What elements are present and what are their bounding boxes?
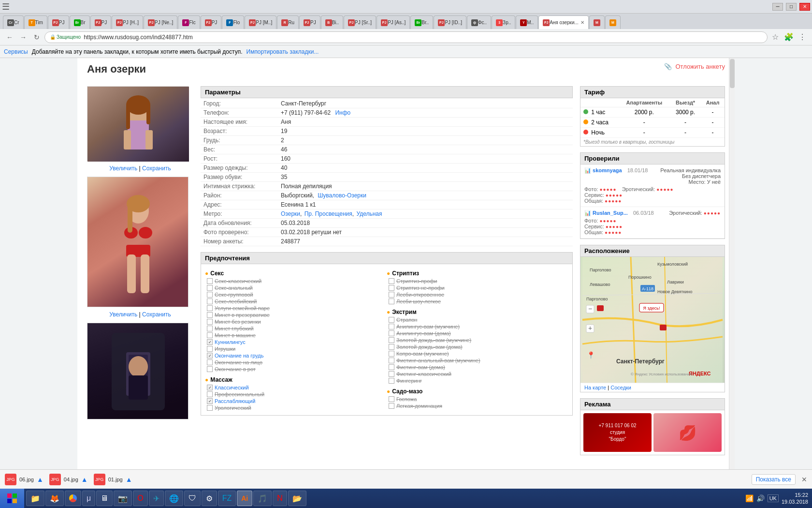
menu-button[interactable]: ⋮ — [797, 31, 808, 43]
close-download-bar-button[interactable]: ✕ — [801, 476, 807, 483]
taskbar-item-itunes[interactable]: 🎵 — [253, 491, 272, 506]
cunnil-link[interactable]: Куннилингус — [215, 339, 246, 345]
tab-favicon-my1: Y — [520, 19, 527, 26]
scrollbar-track[interactable] — [729, 58, 735, 469]
map-link-neighbors[interactable]: Соседки — [610, 385, 631, 390]
tab-pj9[interactable]: PJ PJ [As..] — [377, 15, 410, 29]
pref-fisting-an-m: Фистинг-анальный-вам (мужчине) — [387, 357, 568, 364]
tab-id[interactable]: PJ PJ [ID..] — [434, 15, 466, 29]
taskbar-item-utorrent[interactable]: μ — [82, 491, 95, 506]
taskbar-item-telegram[interactable]: ✈ — [149, 491, 164, 506]
taskbar-item-files[interactable]: 📁 — [26, 491, 44, 506]
taskbar-item-vpn[interactable]: 🌐 — [165, 491, 183, 506]
bookmarks-text: Добавляйте на эту панель закладки, к кот… — [32, 48, 243, 55]
taskbar-item-shield[interactable]: 🛡 — [184, 491, 201, 506]
photo-2-enlarge[interactable]: Увеличить — [109, 311, 137, 318]
ad-item-2[interactable]: 💋 — [653, 413, 722, 452]
ad-item-1[interactable]: +7 911 017 06 02 студия "Бордо" — [583, 413, 652, 452]
tab-m3[interactable]: M — [605, 15, 621, 29]
taskbar-item-app2[interactable]: ⚙ — [202, 491, 217, 506]
close-button[interactable]: ✕ — [799, 3, 810, 11]
tab-cr[interactable]: Cr Cr — [3, 15, 24, 29]
tab-3p[interactable]: 3 Зр.. — [492, 15, 515, 29]
tab-close-current[interactable]: ✕ — [580, 20, 584, 25]
pref-kopro-m: Копро-вам (мужчине) — [387, 350, 568, 357]
show-all-downloads-button[interactable]: Показать все — [752, 474, 796, 485]
tab-favicon-flc: F — [182, 19, 189, 26]
start-button[interactable] — [0, 489, 24, 508]
mass-relax-link[interactable]: Расслабляющий — [215, 398, 255, 404]
taskbar-item-ai[interactable]: Ai — [237, 491, 252, 506]
taskbar-item-ftp[interactable]: FZ — [218, 491, 236, 506]
maximize-button[interactable]: □ — [786, 3, 797, 11]
taskbar-item-nero[interactable]: N — [273, 491, 287, 506]
tab-pj7[interactable]: PJ PJ — [299, 15, 320, 29]
tab-tim[interactable]: T Tim — [24, 15, 47, 29]
taskbar-item-system[interactable]: 🖥 — [96, 491, 113, 506]
tab-m2[interactable]: M — [589, 15, 605, 29]
tab-flc[interactable]: F Flc — [178, 15, 200, 29]
param-row-weight: Вес: 46 — [201, 145, 573, 154]
download-filename-3: 01.jpg — [108, 477, 123, 482]
ad-header: Реклама — [580, 399, 725, 410]
mass-klass-link[interactable]: Классический — [215, 385, 249, 390]
tab-favicon-3p: 3 — [496, 19, 503, 26]
photo-2-save[interactable]: Сохранить — [142, 311, 171, 318]
defer-link[interactable]: Отложить анкету — [675, 63, 725, 70]
download-item-2: JPG 04.jpg ▲ — [49, 474, 88, 485]
address-bar[interactable]: 🔒 Защищено https://www.rusdosug.com/indi… — [44, 31, 768, 43]
tab-pj6[interactable]: PJ PJ [M..] — [245, 15, 276, 29]
minimize-button[interactable]: ─ — [772, 3, 783, 11]
pref-strapon: Страпон — [387, 316, 568, 323]
metro-link-3[interactable]: Удельная — [356, 210, 382, 217]
scrollbar-thumb[interactable] — [730, 59, 735, 88]
map-svg: А-118 Парголово Кузьмоловский Левашово П… — [580, 257, 725, 383]
tab-br2[interactable]: Br Br.. — [410, 15, 433, 29]
phone-info-link[interactable]: Инфо — [335, 109, 350, 116]
metro-link-1[interactable]: Озерки — [281, 210, 300, 217]
bookmark-button[interactable]: ☆ — [769, 31, 781, 43]
svg-text:Санкт-Петербург: Санкт-Петербург — [616, 358, 665, 365]
tab-pj8[interactable]: PJ PJ [Sr..] — [344, 15, 376, 29]
tab-pj1[interactable]: PJ PJ — [48, 15, 69, 29]
taskbar-item-opera[interactable]: O — [133, 491, 147, 506]
review-2-user[interactable]: Ruslan_Sup... — [593, 210, 628, 216]
map-link-full[interactable]: На карте — [584, 385, 606, 390]
download-filename-1: 06.jpg — [19, 477, 34, 482]
taskbar-item-app1[interactable]: 📷 — [114, 491, 132, 506]
taskbar-item-chrome[interactable] — [65, 491, 81, 506]
tab-pj5[interactable]: PJ PJ — [201, 15, 222, 29]
download-arrow-1[interactable]: ▲ — [37, 476, 44, 483]
tab-pj2[interactable]: PJ PJ — [90, 15, 112, 29]
svg-text:−: − — [588, 305, 592, 313]
extensions-button[interactable]: 🧩 — [783, 31, 795, 43]
tab-my1[interactable]: Y M.. — [516, 15, 538, 29]
download-arrow-3[interactable]: ▲ — [126, 476, 132, 483]
tab-foto[interactable]: ф Фс.. — [467, 15, 491, 29]
photo-1-save[interactable]: Сохранить — [142, 165, 171, 172]
metro-link-2[interactable]: Пр. Просвещения — [304, 210, 352, 217]
tab-pj3[interactable]: PJ PJ [H..] — [112, 15, 143, 29]
tab-br[interactable]: Br Br — [70, 15, 90, 29]
taskbar-item-firefox[interactable]: 🦊 — [45, 491, 64, 506]
tab-bi[interactable]: B Bi.. — [321, 15, 343, 29]
photo-1-enlarge[interactable]: Увеличить — [109, 165, 137, 172]
systray-network: 📶 — [745, 494, 754, 502]
tarif-section: Тариф Апартаменты Выезд* Анал — [580, 86, 725, 147]
back-button[interactable]: ← — [4, 31, 15, 43]
toolbar: ← → ↻ 🔒 Защищено https://www.rusdosug.co… — [0, 29, 812, 45]
services-link[interactable]: Сервисы — [4, 48, 28, 55]
download-arrow-2[interactable]: ▲ — [81, 476, 88, 483]
tab-ru[interactable]: R Ru — [277, 15, 299, 29]
review-1-user[interactable]: skomnyaga — [593, 167, 622, 173]
tab-pj4[interactable]: PJ PJ [Ne..] — [144, 15, 177, 29]
import-bookmarks-link[interactable]: Импортировать закладки... — [246, 48, 319, 55]
okonchan-grud-link[interactable]: Окончание на грудь — [215, 353, 263, 359]
param-row-updated: Дата обновления: 05.03.2018 — [201, 219, 573, 228]
forward-button[interactable]: → — [17, 31, 29, 43]
taskbar-item-explorer[interactable]: 📂 — [288, 491, 306, 506]
reload-button[interactable]: ↻ — [31, 31, 43, 43]
tab-current[interactable]: PJ Аня озерки... ✕ — [538, 15, 589, 29]
district-link[interactable]: Шувалово-Озерки — [318, 192, 366, 199]
tab-flo[interactable]: F Flo — [222, 15, 244, 29]
